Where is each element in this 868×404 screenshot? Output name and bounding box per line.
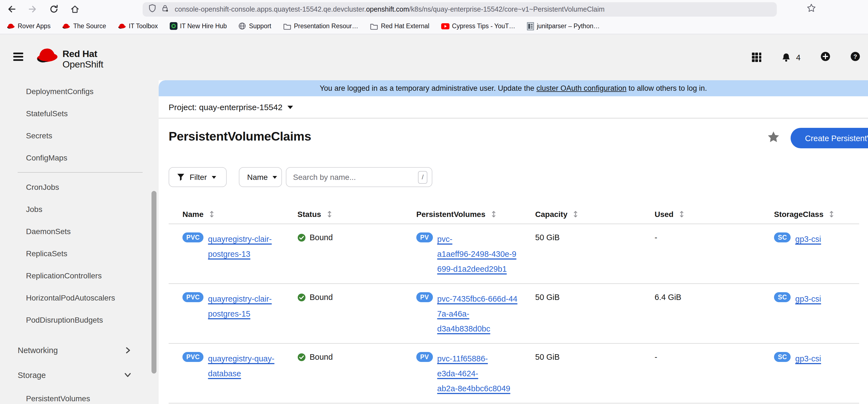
column-header-name: Name <box>182 210 298 219</box>
sort-icon[interactable] <box>829 210 835 218</box>
pvc-name-link[interactable]: quayregistry-clair- postgres-13 <box>208 232 272 262</box>
menu-toggle-icon[interactable] <box>13 53 23 61</box>
filter-dropdown[interactable]: Filter <box>168 167 227 187</box>
shield-icon[interactable] <box>148 4 156 15</box>
column-header-capacity: Capacity <box>535 210 655 219</box>
notifications-button[interactable]: 4 <box>781 52 801 62</box>
help-icon[interactable]: ? <box>850 51 860 63</box>
sort-icon[interactable] <box>491 210 496 218</box>
sidebar-item-poddisruptionbudgets[interactable]: PodDisruptionBudgets <box>0 309 159 331</box>
svg-text:?: ? <box>854 53 857 60</box>
create-pvc-button[interactable]: Create PersistentVolumeClaim <box>790 128 868 148</box>
storageclass-link[interactable]: gp3-csi <box>795 232 821 247</box>
main-content: You are logged in as a temporary adminis… <box>159 80 868 404</box>
youtube-icon <box>441 23 449 29</box>
column-header-status: Status <box>298 210 416 219</box>
sidebar-item-deploymentconfigs[interactable]: DeploymentConfigs <box>0 80 159 103</box>
back-icon[interactable] <box>5 3 18 15</box>
brand-line2: OpenShift <box>62 59 103 70</box>
table-row: PVC quayregistry-clair- postgres-15 Boun… <box>168 284 859 344</box>
new-hire-icon <box>169 22 177 30</box>
pvc-name-link[interactable]: quayregistry-quay- database <box>208 351 275 381</box>
search-box: / <box>286 167 432 187</box>
sidebar-item-cronjobs[interactable]: CronJobs <box>0 176 159 198</box>
sidebar-item-horizontalpodautoscalers[interactable]: HorizontalPodAutoscalers <box>0 287 159 309</box>
pvc-table: Name Status PersistentVolumes Capacity U… <box>168 205 859 404</box>
url-text: console-openshift-console.apps.quaytest-… <box>175 5 604 13</box>
pv-badge: PV <box>416 292 433 302</box>
bookmark-item[interactable]: IT Toolbox <box>118 23 158 29</box>
pvc-badge: PVC <box>182 232 204 242</box>
search-type-dropdown[interactable]: Name <box>239 167 282 187</box>
used-cell: - <box>655 232 774 243</box>
bookmark-item[interactable]: Presentation Resour… <box>283 22 358 30</box>
sort-icon[interactable] <box>679 210 684 218</box>
sort-icon[interactable] <box>573 210 579 218</box>
bookmark-item[interactable]: IT New Hire Hub <box>169 22 227 30</box>
bookmark-star-icon[interactable] <box>807 3 816 15</box>
sidebar-item-persistentvolumes[interactable]: PersistentVolumes <box>0 387 159 404</box>
oauth-config-link[interactable]: cluster OAuth configuration <box>536 84 627 92</box>
bookmark-item[interactable]: Rover Apps <box>7 23 51 29</box>
sidebar-item-networking[interactable]: Networking <box>0 338 159 363</box>
success-check-icon <box>298 293 306 301</box>
pv-name-link[interactable]: pvc-7435fbc6-666d-44 7a-a46a- d3a4b838d0… <box>437 292 518 337</box>
document-icon <box>527 22 534 30</box>
capacity-cell: 50 GiB <box>535 292 655 303</box>
capacity-cell: 50 GiB <box>535 232 655 243</box>
sort-icon[interactable] <box>209 210 215 218</box>
storageclass-link[interactable]: gp3-csi <box>795 292 821 307</box>
project-selector[interactable]: Project: quay-enterprise-15542 <box>159 96 868 118</box>
lock-icon[interactable] <box>161 4 169 15</box>
sidebar-item-replicasets[interactable]: ReplicaSets <box>0 242 159 264</box>
sidebar-nav: DeploymentConfigs StatefulSets Secrets C… <box>0 80 159 404</box>
sidebar-item-storage[interactable]: Storage <box>0 363 159 387</box>
column-header-persistentvolumes: PersistentVolumes <box>416 210 535 219</box>
table-header: Name Status PersistentVolumes Capacity U… <box>168 205 859 224</box>
bookmark-item[interactable]: Red Hat External <box>370 22 429 30</box>
home-icon[interactable] <box>68 3 81 15</box>
favorite-star-icon[interactable] <box>767 131 780 146</box>
globe-icon <box>239 22 246 30</box>
pv-cell: PV pvc- a1aeff96-2498-430e-9 699-d1a2dee… <box>416 232 535 277</box>
pv-name-link[interactable]: pvc-11f65886- e3da-4624- ab2a-8e4bbc6c80… <box>437 351 510 396</box>
caret-down-icon <box>287 106 293 109</box>
reload-icon[interactable] <box>48 3 60 15</box>
sidebar-item-jobs[interactable]: Jobs <box>0 198 159 220</box>
redhat-icon <box>118 23 126 29</box>
sidebar-item-secrets[interactable]: Secrets <box>0 124 159 147</box>
add-icon[interactable] <box>820 51 830 63</box>
capacity-cell: 50 GiB <box>535 351 655 363</box>
sidebar-scrollbar[interactable] <box>152 191 156 374</box>
pv-badge: PV <box>416 232 433 242</box>
browser-toolbar: console-openshift-console.apps.quaytest-… <box>0 0 868 18</box>
masthead: Red Hat OpenShift 4 ? <box>0 34 868 80</box>
bookmark-item[interactable]: Cypress Tips - YouT… <box>441 23 515 29</box>
app-launcher-icon[interactable] <box>752 53 761 62</box>
bookmark-item[interactable]: The Source <box>62 23 106 29</box>
brand-line1: Red Hat <box>62 49 103 59</box>
pvc-badge: PVC <box>182 292 204 302</box>
slash-shortcut-badge: / <box>418 171 427 183</box>
bookmark-item[interactable]: junitparser – Python… <box>527 22 600 30</box>
sidebar-item-daemonsets[interactable]: DaemonSets <box>0 220 159 242</box>
pvc-name-link[interactable]: quayregistry-clair- postgres-15 <box>208 292 272 321</box>
sidebar-item-configmaps[interactable]: ConfigMaps <box>0 147 159 169</box>
folder-icon <box>370 22 378 30</box>
table-row: PVC quayregistry-quay- database Bound PV… <box>168 344 859 403</box>
search-input[interactable] <box>293 173 418 181</box>
name-cell: PVC quayregistry-clair- postgres-15 <box>182 292 298 321</box>
forward-icon[interactable] <box>27 3 39 15</box>
used-cell: - <box>655 351 774 363</box>
storageclass-link[interactable]: gp3-csi <box>795 351 821 366</box>
sidebar-item-statefulsets[interactable]: StatefulSets <box>0 103 159 124</box>
success-check-icon <box>298 353 306 362</box>
sidebar-item-replicationcontrollers[interactable]: ReplicationControllers <box>0 264 159 287</box>
list-toolbar: Filter Name / <box>159 167 868 205</box>
bookmark-item[interactable]: Support <box>239 22 272 30</box>
sort-icon[interactable] <box>327 210 332 218</box>
address-bar[interactable]: console-openshift-console.apps.quaytest-… <box>143 2 777 17</box>
filter-funnel-icon <box>177 173 185 181</box>
pv-name-link[interactable]: pvc- a1aeff96-2498-430e-9 699-d1a2deed29… <box>437 232 517 277</box>
caret-down-icon <box>273 176 277 178</box>
